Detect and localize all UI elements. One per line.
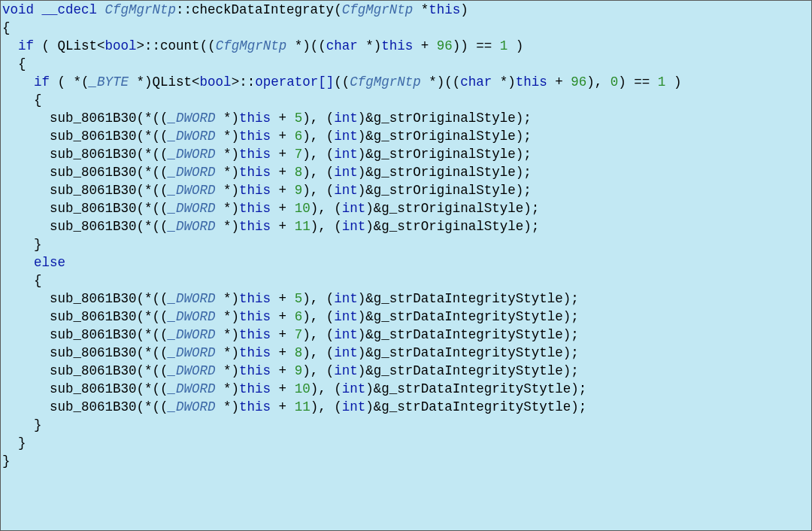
rp3: ) — [665, 74, 681, 90]
cast-ptr: *)(( — [286, 38, 326, 53]
open-brace: { — [2, 20, 11, 35]
eq: == — [468, 38, 500, 53]
count: count — [160, 38, 200, 53]
rparen: ) — [460, 2, 468, 17]
lp2: (( — [200, 38, 216, 53]
kw-if-outer: if — [18, 38, 34, 53]
qlist: QList — [58, 38, 98, 53]
param-type: CfgMgrNtp — [342, 2, 414, 17]
op-index: operator[] — [255, 74, 334, 90]
close-brace: } — [18, 435, 26, 451]
plus: + — [413, 38, 437, 53]
close-brace: } — [34, 417, 42, 432]
kw-else: else — [34, 255, 65, 270]
open-brace: { — [34, 273, 42, 288]
gt: >:: — [232, 74, 256, 90]
open-brace: { — [34, 93, 42, 108]
lparen: ( — [334, 2, 342, 17]
cast-type: CfgMgrNtp — [216, 38, 287, 53]
eq: == — [626, 74, 658, 90]
off: 96 — [437, 38, 453, 53]
lp2: (( — [334, 74, 350, 90]
bool: bool — [200, 74, 232, 90]
gt: >:: — [137, 38, 161, 53]
rp: )) — [453, 38, 468, 53]
ptr-star: * — [421, 2, 429, 17]
p: ( — [34, 38, 58, 53]
rp2: ) — [508, 38, 523, 53]
char-ptr: *) — [492, 74, 516, 90]
this: this — [381, 38, 413, 53]
cast-ptr: *)(( — [421, 74, 461, 90]
byte: _BYTE — [89, 74, 129, 90]
char-ptr: *) — [358, 38, 382, 53]
char: char — [460, 74, 492, 90]
this: this — [516, 74, 547, 90]
cast-type: CfgMgrNtp — [350, 74, 421, 90]
one: 1 — [658, 74, 666, 90]
qlist: QList — [153, 74, 192, 90]
zero: 0 — [611, 74, 619, 90]
method-name: checkDataIntegraty — [192, 2, 334, 17]
close-brace: } — [34, 237, 42, 252]
lt: < — [97, 38, 105, 53]
rp2: ) — [618, 74, 626, 90]
open-brace: { — [18, 56, 26, 71]
kw-this: this — [429, 2, 460, 17]
lt: < — [192, 74, 200, 90]
false-branch: sub_8061B30(*((_DWORD *)this + 5), (int)… — [2, 291, 586, 414]
kw-cdecl: __cdecl — [42, 2, 98, 17]
one: 1 — [500, 38, 508, 53]
bool: bool — [105, 38, 137, 53]
byte-ptr: *) — [129, 74, 153, 90]
true-branch: sub_8061B30(*((_DWORD *)this + 5), (int)… — [2, 111, 539, 234]
plus: + — [547, 74, 571, 90]
rp: ), — [586, 74, 611, 90]
off: 96 — [571, 74, 586, 90]
class-name: CfgMgrNtp — [105, 2, 177, 17]
p: ( *( — [50, 74, 89, 90]
decompiled-code-view: void __cdecl CfgMgrNtp::checkDataIntegra… — [1, 1, 811, 470]
kw-void: void — [2, 2, 34, 17]
close-brace: } — [2, 454, 11, 469]
scope-sep: :: — [176, 2, 192, 17]
char: char — [326, 38, 358, 53]
kw-if-inner: if — [34, 74, 50, 90]
